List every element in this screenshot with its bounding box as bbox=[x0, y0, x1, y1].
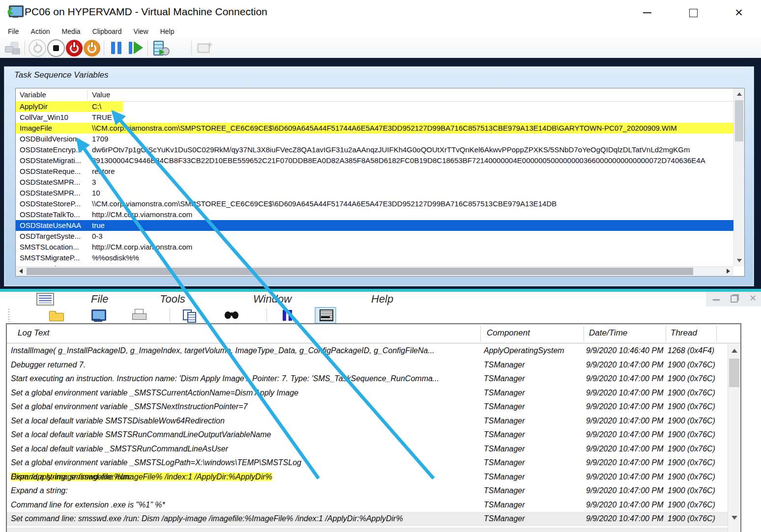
log-row[interactable]: Debugger returned 7.TSManager9/9/2020 10… bbox=[7, 358, 728, 372]
ts-variable-row[interactable]: CollVar_Win10TRUE bbox=[16, 112, 733, 123]
scroll-down-arrow-icon[interactable] bbox=[737, 259, 742, 262]
pause-icon[interactable] bbox=[108, 39, 125, 57]
scroll-right-arrow-icon[interactable] bbox=[727, 269, 730, 274]
cmtrace-toolbar bbox=[0, 307, 761, 324]
log-datetime-cell: 9/9/2020 10:47:00 PM bbox=[586, 484, 665, 498]
open-icon[interactable] bbox=[47, 308, 67, 323]
ctrl-alt-del-icon[interactable] bbox=[3, 39, 21, 57]
log-row[interactable]: Set a global environment variable _SMSTS… bbox=[7, 386, 728, 400]
vertical-scroll-thumb[interactable] bbox=[729, 359, 739, 387]
ts-variable-row[interactable]: OSDStateReque...restore bbox=[16, 166, 733, 177]
menu-item-media[interactable]: Media bbox=[61, 28, 80, 35]
log-row[interactable]: Set a local default variable SMSTSDisabl… bbox=[7, 414, 728, 428]
ts-variable-row[interactable]: OSDBuildVersion1709 bbox=[16, 134, 733, 144]
ts-variable-row[interactable]: OSDStateSMPR...3 bbox=[16, 177, 733, 188]
maximize-button[interactable] bbox=[686, 7, 701, 19]
log-row[interactable]: Set a global environment variable _SMSTS… bbox=[7, 400, 728, 414]
cmtrace-restore-button[interactable] bbox=[731, 295, 738, 303]
log-text-cell: Set a local default variable SMSTSDisabl… bbox=[11, 414, 476, 428]
ts-horizontal-scrollbar[interactable] bbox=[16, 266, 733, 276]
enhanced-icon[interactable] bbox=[195, 39, 213, 57]
checkpoint-icon[interactable] bbox=[151, 39, 169, 57]
ts-vertical-scrollbar[interactable] bbox=[733, 88, 744, 266]
log-row[interactable]: Set a global environment variable _SMSTS… bbox=[7, 456, 728, 470]
cmtrace-window: FileToolsWindowHelp ✕ Log Text Component… bbox=[0, 292, 761, 532]
log-component-cell: TSManager bbox=[484, 428, 582, 442]
ts-variable-row[interactable]: OSDStateUseNAAtrue bbox=[16, 220, 733, 231]
log-datetime-cell: 9/9/2020 10:47:00 PM bbox=[586, 386, 665, 400]
copy-icon[interactable] bbox=[180, 308, 200, 323]
cmtrace-menu-item-help[interactable]: Help bbox=[371, 292, 393, 307]
log-rows-container: InstallImage( g_InstallPackageID, g_Imag… bbox=[7, 324, 740, 532]
ts-variable-row[interactable]: ImageFile\\CM.corp.viamonstra.com\SMPSTO… bbox=[16, 123, 733, 134]
close-button[interactable]: ✕ bbox=[732, 7, 746, 19]
log-row[interactable]: Command line for extension .exe is "%1" … bbox=[7, 498, 728, 512]
log-row[interactable]: Start executing an instruction. Instruct… bbox=[7, 372, 728, 386]
ts-variable-value: dw6rPOtv7p1gGiScYuKv1DuS0C029RkM/qy37NL3… bbox=[92, 144, 733, 155]
menu-item-clipboard[interactable]: Clipboard bbox=[92, 28, 122, 35]
ts-variable-name: SMSTSLocation... bbox=[20, 242, 88, 252]
log-datetime-cell: 9/9/2020 10:47:00 PM bbox=[586, 358, 665, 372]
cmtrace-menu-item-file[interactable]: File bbox=[91, 292, 108, 307]
shutdown-icon[interactable] bbox=[47, 39, 65, 57]
ts-variable-row[interactable]: OSDTargetSyste...0-3 bbox=[16, 231, 733, 242]
ts-variable-row[interactable]: SMSTSLocation...http://CM.corp.viamonstr… bbox=[16, 242, 733, 252]
cmtrace-minimize-button[interactable] bbox=[713, 299, 720, 301]
scroll-left-arrow-icon[interactable] bbox=[19, 269, 23, 274]
ts-variable-row[interactable]: OSDStateStoreP...\\CM.corp.viamonstra.co… bbox=[16, 198, 733, 209]
cmtrace-close-button[interactable]: ✕ bbox=[749, 293, 757, 304]
log-component-cell: TSManager bbox=[484, 442, 582, 456]
menu-item-file[interactable]: File bbox=[8, 28, 19, 35]
computer-icon[interactable] bbox=[88, 308, 108, 323]
log-row-partial bbox=[7, 528, 728, 532]
ts-variable-row[interactable]: OSDStateMigrati...891300004C9446B84CB8F3… bbox=[16, 155, 733, 166]
log-row[interactable]: Expand a string:TSManager9/9/2020 10:47:… bbox=[7, 484, 728, 498]
scroll-up-arrow-icon[interactable] bbox=[737, 92, 742, 96]
toolbar-grip[interactable] bbox=[8, 309, 10, 322]
column-separator[interactable] bbox=[87, 89, 88, 100]
log-row[interactable]: Set a local default variable _SMSTSRunCo… bbox=[7, 442, 728, 456]
ts-variable-row[interactable]: OSDStateSMPR...10 bbox=[16, 188, 733, 198]
ts-variable-value: \\CM.corp.viamonstra.com\SMPSTOREE_CE6C6… bbox=[92, 123, 733, 134]
minimize-button[interactable] bbox=[640, 7, 655, 19]
ts-variable-name: ApplyDir bbox=[20, 101, 88, 112]
ts-variable-row[interactable]: OSDStateTalkTo...http://CM.corp.viamonst… bbox=[16, 209, 733, 220]
vertical-scroll-thumb[interactable] bbox=[735, 100, 743, 141]
print-icon[interactable] bbox=[130, 308, 149, 323]
horizontal-scroll-thumb[interactable] bbox=[27, 268, 693, 275]
column-header-variable[interactable]: Variable bbox=[20, 90, 46, 99]
revert-icon[interactable] bbox=[170, 39, 188, 57]
column-header-value[interactable]: Value bbox=[92, 90, 110, 99]
menu-item-action[interactable]: Action bbox=[31, 28, 50, 35]
log-component-cell: TSManager bbox=[484, 358, 582, 372]
log-text-cell: Expand a string: smsswd.exe /run: Dism /… bbox=[11, 470, 476, 484]
ts-variable-row[interactable]: OSDStateEncryp...dw6rPOtv7p1gGiScYuKv1Du… bbox=[16, 144, 733, 155]
ts-variable-row[interactable]: SMSTSMigrateP...%%osdisk%% bbox=[16, 252, 733, 263]
bottom-icon[interactable] bbox=[315, 307, 336, 324]
pause-icon[interactable] bbox=[278, 308, 298, 323]
log-row[interactable]: Set a local default variable SMSTSRunCom… bbox=[7, 428, 728, 442]
scroll-down-arrow-icon[interactable] bbox=[732, 516, 737, 520]
log-vertical-scrollbar[interactable] bbox=[728, 344, 740, 532]
log-row[interactable]: InstallImage( g_InstallPackageID, g_Imag… bbox=[7, 344, 728, 358]
log-text-cell: InstallImage( g_InstallPackageID, g_Imag… bbox=[11, 344, 476, 358]
log-row[interactable]: Expand a string: smsswd.exe /run: Dism /… bbox=[7, 470, 728, 484]
turnoff-icon[interactable] bbox=[66, 40, 83, 56]
menu-item-help[interactable]: Help bbox=[160, 28, 175, 35]
toolbar-separator bbox=[266, 308, 267, 321]
ts-variables-list: Variable Value ApplyDirC:\CollVar_Win10T… bbox=[15, 88, 745, 277]
cmtrace-menu-item-window[interactable]: Window bbox=[253, 292, 292, 307]
find-icon[interactable] bbox=[222, 308, 242, 323]
ts-window-title: Task Sequence Variables bbox=[14, 70, 109, 80]
resume-icon[interactable] bbox=[126, 39, 144, 57]
log-row[interactable]: Set command line: smsswd.exe /run: Dism … bbox=[7, 512, 728, 526]
log-datetime-cell: 9/9/2020 10:47:00 PM bbox=[586, 372, 665, 386]
ts-variable-name: OSDStateStoreP... bbox=[20, 198, 88, 209]
menu-item-view[interactable]: View bbox=[134, 28, 148, 35]
scroll-up-arrow-icon[interactable] bbox=[732, 349, 737, 353]
cmtrace-menu-item-tools[interactable]: Tools bbox=[160, 292, 185, 307]
log-thread-cell: 1900 (0x76C) bbox=[668, 386, 727, 400]
ts-variable-row[interactable]: ApplyDirC:\ bbox=[16, 101, 733, 112]
power-disabled-icon[interactable] bbox=[29, 39, 46, 57]
start-icon[interactable] bbox=[84, 40, 100, 56]
